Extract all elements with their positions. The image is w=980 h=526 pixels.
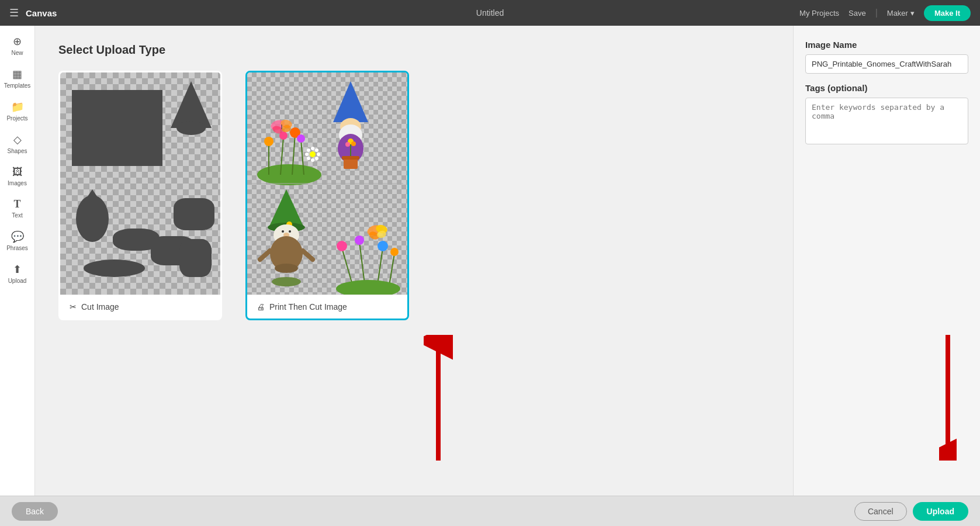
sidebar-item-text-label: Text bbox=[12, 212, 22, 219]
svg-marker-3 bbox=[81, 189, 104, 207]
sidebar-item-upload[interactable]: ⬆ Upload bbox=[0, 258, 34, 289]
sidebar-item-text[interactable]: T Text bbox=[0, 193, 34, 223]
bottom-bar: Back Cancel Upload bbox=[0, 496, 980, 526]
svg-point-12 bbox=[297, 134, 305, 143]
cut-image-label: ✂ Cut Image bbox=[60, 295, 220, 319]
sidebar-item-images-label: Images bbox=[8, 180, 27, 186]
svg-line-49 bbox=[303, 251, 313, 259]
projects-icon: 📁 bbox=[11, 101, 24, 113]
ptc-image-preview bbox=[247, 72, 407, 295]
svg-point-18 bbox=[310, 151, 316, 157]
sidebar-item-phrases-label: Phrases bbox=[6, 245, 28, 251]
red-arrow-up bbox=[424, 335, 453, 463]
ptc-checkerboard bbox=[247, 72, 407, 295]
svg-marker-27 bbox=[333, 81, 368, 122]
page-title: Select Upload Type bbox=[58, 43, 770, 57]
cut-gnome-body-svg bbox=[72, 189, 113, 248]
svg-point-26 bbox=[307, 148, 310, 152]
image-name-section: Image Name bbox=[805, 40, 968, 74]
sidebar-item-upload-label: Upload bbox=[8, 278, 27, 284]
red-arrow-down bbox=[939, 332, 957, 461]
menu-icon[interactable]: ☰ bbox=[9, 6, 19, 19]
cut-image-text: Cut Image bbox=[81, 302, 119, 312]
sidebar-item-images[interactable]: 🖼 Images bbox=[0, 161, 34, 191]
print-then-cut-card[interactable]: 🖨 Print Then Cut Image bbox=[245, 71, 409, 320]
sidebar-item-shapes[interactable]: ◇ Shapes bbox=[0, 129, 34, 159]
svg-line-48 bbox=[260, 251, 270, 259]
svg-point-19 bbox=[311, 147, 314, 150]
upload-button[interactable]: Upload bbox=[913, 502, 968, 521]
upload-icon: ⬆ bbox=[13, 263, 22, 276]
svg-rect-32 bbox=[342, 156, 359, 160]
sidebar-item-new[interactable]: ⊕ New bbox=[0, 30, 34, 61]
sidebar-item-projects-label: Projects bbox=[6, 115, 27, 122]
sidebar-item-phrases[interactable]: 💬 Phrases bbox=[0, 226, 34, 256]
app-logo: Canvas bbox=[26, 8, 57, 18]
svg-point-57 bbox=[378, 241, 388, 251]
cut-gnome-top-svg bbox=[168, 78, 214, 137]
cut-shapes bbox=[60, 72, 220, 295]
ptc-label-text: Print Then Cut Image bbox=[269, 302, 347, 312]
svg-point-35 bbox=[345, 142, 350, 147]
tags-title: Tags (optional) bbox=[805, 83, 968, 93]
text-icon: T bbox=[13, 198, 20, 210]
svg-point-22 bbox=[315, 157, 318, 160]
svg-point-21 bbox=[317, 153, 320, 156]
save-link[interactable]: Save bbox=[849, 9, 866, 18]
svg-point-44 bbox=[289, 230, 291, 233]
ptc-label: 🖨 Print Then Cut Image bbox=[247, 295, 407, 319]
topbar-divider: | bbox=[875, 8, 878, 18]
maker-dropdown[interactable]: Maker ▾ bbox=[887, 9, 915, 18]
sidebar-item-templates-label: Templates bbox=[4, 82, 31, 89]
images-icon: 🖼 bbox=[12, 166, 23, 178]
tags-section: Tags (optional) bbox=[805, 83, 968, 147]
shape-rect bbox=[72, 90, 162, 166]
svg-point-47 bbox=[275, 264, 298, 273]
blob-3 bbox=[84, 259, 145, 277]
upload-options: ✂ Cut Image bbox=[58, 71, 770, 320]
right-panel: Image Name Tags (optional) bbox=[793, 26, 980, 496]
back-button[interactable]: Back bbox=[12, 502, 58, 521]
new-icon: ⊕ bbox=[13, 35, 22, 48]
svg-point-50 bbox=[272, 277, 301, 286]
make-it-button[interactable]: Make It bbox=[924, 5, 971, 21]
topbar-right: My Projects Save | Maker ▾ Make It bbox=[799, 5, 971, 21]
svg-point-24 bbox=[307, 157, 310, 160]
templates-icon: ▦ bbox=[12, 68, 22, 81]
image-name-input[interactable] bbox=[805, 54, 968, 74]
svg-point-23 bbox=[311, 158, 314, 162]
my-projects-link[interactable]: My Projects bbox=[799, 9, 839, 18]
svg-point-20 bbox=[315, 148, 318, 152]
cut-icon: ✂ bbox=[70, 302, 77, 312]
document-title[interactable]: Untitled bbox=[476, 8, 504, 18]
svg-point-56 bbox=[355, 236, 364, 245]
svg-marker-39 bbox=[269, 189, 304, 227]
bottom-right-buttons: Cancel Upload bbox=[854, 502, 968, 521]
image-name-title: Image Name bbox=[805, 40, 968, 50]
maker-label: Maker bbox=[887, 9, 908, 18]
svg-point-9 bbox=[264, 137, 273, 146]
cut-checkerboard bbox=[60, 72, 220, 295]
svg-point-55 bbox=[337, 241, 347, 251]
printer-icon: 🖨 bbox=[257, 302, 265, 312]
svg-point-58 bbox=[390, 248, 399, 256]
sidebar-item-projects[interactable]: 📁 Projects bbox=[0, 96, 34, 126]
sidebar-item-templates[interactable]: ▦ Templates bbox=[0, 63, 34, 94]
blob-4 bbox=[179, 239, 212, 277]
svg-point-36 bbox=[351, 141, 356, 146]
topbar: ☰ Canvas Untitled My Projects Save | Mak… bbox=[0, 0, 980, 26]
svg-point-25 bbox=[305, 153, 309, 156]
cut-image-card[interactable]: ✂ Cut Image bbox=[58, 71, 222, 320]
cancel-button[interactable]: Cancel bbox=[854, 502, 907, 521]
chevron-down-icon: ▾ bbox=[910, 9, 915, 18]
cut-image-preview bbox=[60, 72, 220, 295]
svg-point-59 bbox=[336, 280, 400, 295]
shapes-icon: ◇ bbox=[13, 133, 22, 146]
tags-input[interactable] bbox=[805, 98, 968, 144]
sidebar-item-new-label: New bbox=[11, 50, 23, 56]
ptc-illustration-svg bbox=[247, 72, 407, 295]
phrases-icon: 💬 bbox=[11, 230, 24, 243]
main-layout: ⊕ New ▦ Templates 📁 Projects ◇ Shapes 🖼 … bbox=[0, 26, 980, 496]
blob-5 bbox=[174, 198, 214, 230]
svg-point-1 bbox=[176, 121, 206, 135]
